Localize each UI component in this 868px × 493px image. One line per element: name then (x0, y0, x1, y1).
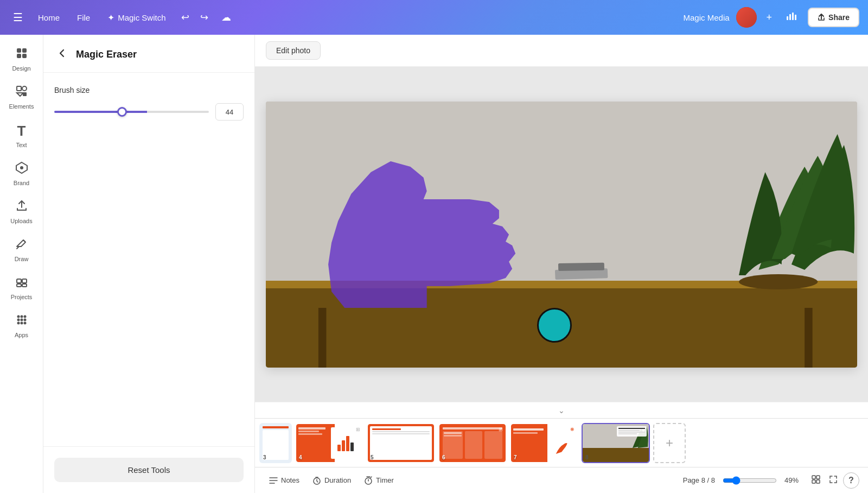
sidebar-item-label-text: Text (16, 142, 27, 148)
sidebar-item-elements[interactable]: Elements (3, 79, 41, 115)
svg-rect-38 (816, 476, 820, 479)
help-button[interactable]: ? (843, 472, 859, 489)
sidebar-item-label-apps: Apps (15, 332, 28, 338)
panel-title: Magic Eraser (76, 49, 137, 60)
undo-button[interactable]: ↩ (177, 8, 194, 27)
svg-rect-0 (787, 16, 788, 20)
duration-button[interactable]: Duration (307, 473, 356, 488)
duration-label: Duration (324, 476, 351, 484)
add-button[interactable]: + (763, 9, 776, 27)
notes-button[interactable]: Notes (264, 473, 305, 488)
slide-strip: 3 (255, 418, 868, 467)
canvas-area: Edit photo (255, 35, 868, 493)
canvas-container[interactable] (255, 67, 868, 402)
panel-header: Magic Eraser (43, 35, 254, 73)
sidebar-item-uploads[interactable]: Uploads (3, 194, 41, 230)
svg-point-23 (20, 322, 23, 325)
reset-tools-button[interactable]: Reset Tools (54, 458, 244, 482)
panel: Magic Eraser Brush size 44 Reset Tools (43, 35, 255, 493)
svg-rect-15 (22, 284, 27, 287)
sidebar-item-draw[interactable]: Draw (3, 232, 41, 268)
chevron-down-icon[interactable]: ⌄ (558, 406, 565, 415)
svg-point-11 (20, 166, 23, 169)
top-nav: ☰ Home File ✦ Magic Switch ↩ ↪ ☁ Magic M… (0, 0, 868, 35)
slide-number-6: 6 (442, 454, 445, 460)
slide-number-5: 5 (371, 454, 374, 460)
timer-label: Timer (376, 476, 394, 484)
sidebar-item-projects[interactable]: Projects (3, 270, 41, 306)
apps-icon (15, 313, 28, 330)
uploads-icon (15, 199, 28, 216)
panel-content: Brush size 44 (43, 73, 254, 446)
chart-button[interactable] (782, 9, 801, 27)
svg-rect-4 (17, 48, 21, 53)
slide-number-partial: 3 (263, 454, 266, 460)
slide-thumb-6[interactable]: ⊞ 6 (438, 423, 507, 463)
draw-icon (15, 237, 28, 254)
cloud-save-button[interactable]: ☁ (217, 8, 235, 27)
redo-button[interactable]: ↪ (196, 8, 213, 27)
fullscreen-button[interactable] (826, 472, 841, 489)
sidebar-item-label-brand: Brand (14, 180, 29, 186)
sidebar-item-text[interactable]: T Text (3, 117, 41, 154)
sidebar-item-apps[interactable]: Apps (3, 308, 41, 344)
svg-rect-39 (812, 480, 815, 483)
left-sidebar: Design Elements T Text (0, 35, 43, 493)
slide-thumb-8[interactable]: 8 (582, 423, 650, 463)
sidebar-item-label-draw: Draw (15, 256, 29, 262)
canvas-toolbar: Edit photo (255, 35, 868, 67)
svg-point-32 (739, 274, 818, 289)
add-slide-button[interactable]: + (653, 423, 686, 463)
design-icon (15, 47, 28, 63)
svg-point-19 (17, 319, 20, 321)
slide-number-8: 8 (585, 454, 589, 460)
svg-rect-37 (812, 476, 815, 479)
main-layout: Design Elements T Text (0, 35, 868, 493)
panel-footer: Reset Tools (43, 446, 254, 493)
add-slide-icon: + (666, 435, 673, 451)
home-nav-link[interactable]: Home (31, 10, 66, 26)
svg-rect-6 (17, 54, 21, 58)
timer-button[interactable]: Timer (359, 473, 399, 488)
svg-point-21 (23, 319, 26, 321)
page-indicator: Page 8 / 8 (683, 476, 715, 484)
svg-point-17 (20, 315, 23, 318)
brush-value-display: 44 (215, 103, 244, 121)
brand-icon (15, 161, 28, 178)
edit-photo-button[interactable]: Edit photo (266, 41, 321, 60)
brush-size-slider[interactable] (54, 111, 209, 113)
svg-rect-3 (795, 15, 796, 20)
slide-number-4: 4 (299, 454, 302, 460)
svg-rect-10 (23, 92, 27, 96)
sidebar-item-brand[interactable]: Brand (3, 156, 41, 192)
slide-thumb-partial[interactable]: 3 (259, 423, 292, 463)
file-nav-link[interactable]: File (71, 10, 97, 26)
svg-point-20 (20, 319, 23, 321)
sidebar-item-label-projects: Projects (11, 294, 33, 300)
slide-thumb-7[interactable]: ❋ 7 (510, 423, 578, 463)
slide-thumb-4[interactable]: ⊞ 4 (295, 423, 363, 463)
svg-rect-29 (805, 308, 813, 368)
magic-switch-button[interactable]: ✦ Magic Switch (101, 9, 172, 26)
magic-media-label[interactable]: Magic Media (684, 13, 730, 22)
canvas-background (266, 102, 857, 368)
svg-rect-8 (17, 86, 21, 91)
share-button[interactable]: Share (808, 8, 859, 27)
svg-point-18 (23, 315, 26, 318)
svg-rect-34 (583, 448, 649, 462)
magic-switch-icon: ✦ (107, 12, 114, 23)
grid-view-button[interactable] (808, 472, 824, 489)
hamburger-button[interactable]: ☰ (9, 7, 27, 28)
brush-cursor (537, 308, 572, 343)
svg-point-9 (22, 86, 27, 91)
share-label: Share (828, 13, 850, 22)
svg-point-16 (17, 315, 20, 318)
panel-back-button[interactable] (54, 46, 69, 64)
slide-number-7: 7 (514, 454, 517, 460)
zoom-slider[interactable] (723, 476, 777, 485)
svg-rect-28 (318, 308, 327, 368)
svg-rect-1 (789, 14, 791, 20)
avatar[interactable] (736, 7, 757, 28)
slide-thumb-5[interactable]: ❋ 5 (367, 423, 435, 463)
sidebar-item-design[interactable]: Design (3, 41, 41, 77)
